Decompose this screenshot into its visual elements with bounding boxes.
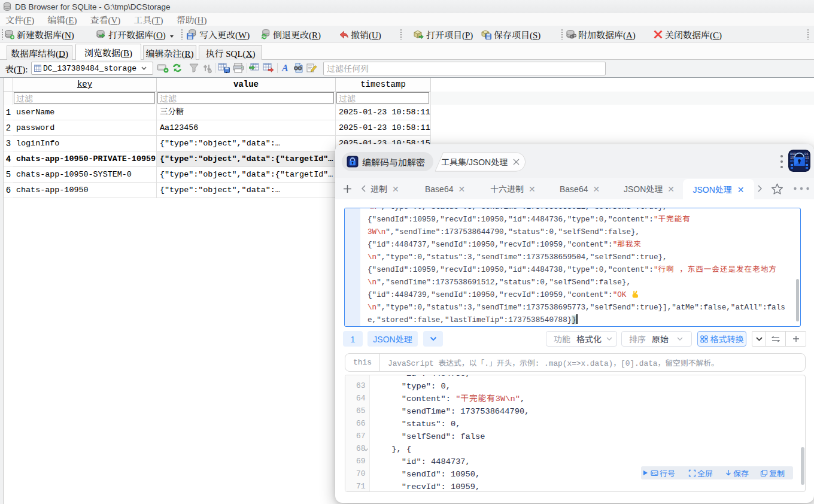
svg-text:A: A	[281, 63, 288, 73]
svg-text:0: 0	[806, 159, 807, 163]
svg-text:01: 01	[790, 159, 794, 163]
